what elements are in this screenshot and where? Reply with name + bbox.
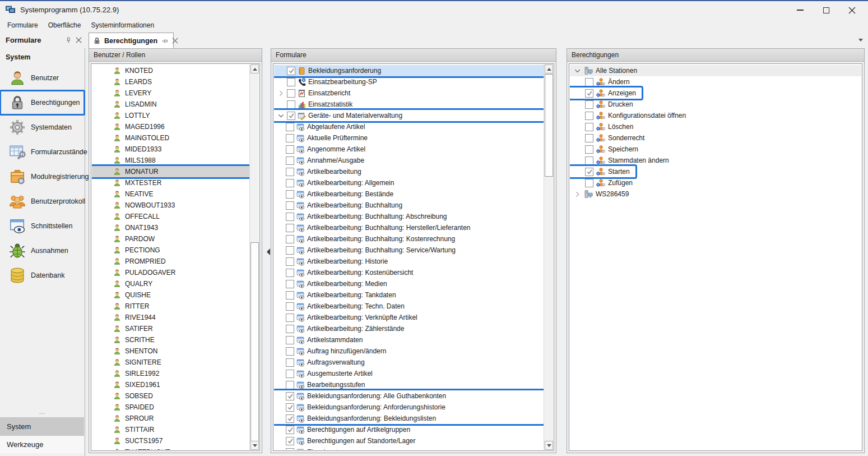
user-row-levery[interactable]: LEVERY	[92, 87, 249, 99]
tab-berechtigungen[interactable]: Berechtigungen	[89, 33, 174, 48]
minimize-button[interactable]	[787, 3, 813, 17]
maximize-button[interactable]	[813, 3, 839, 17]
user-row-pardow[interactable]: PARDOW	[92, 233, 249, 245]
footer-tab-system[interactable]: System	[0, 417, 84, 435]
checkbox[interactable]	[286, 179, 294, 187]
user-row-qualry[interactable]: QUALRY	[92, 278, 249, 289]
splitter-collapse-arrow-icon[interactable]	[263, 248, 270, 255]
checkbox[interactable]	[585, 134, 593, 142]
sidebar-item-systemdaten[interactable]: Systemdaten	[0, 115, 85, 140]
form-tree-item-einsatzbearbeitung-sp[interactable]: Einsatzbearbeitung-SP	[274, 76, 544, 87]
sidebar-item-ausnahmen[interactable]: Ausnahmen	[0, 238, 85, 263]
checkbox[interactable]	[585, 145, 593, 154]
permission-item-löschen[interactable]: Löschen	[570, 121, 861, 132]
user-row-leards[interactable]: LEARDS	[92, 76, 249, 87]
form-tree-item-artikelbearbeitung-buchhaltung-kostenrechnung[interactable]: Artikelbearbeitung: Buchhaltung: Kostenr…	[274, 233, 544, 245]
form-tree-item-bekleidungsanforderung-alle-guthabenkonten[interactable]: Bekleidungsanforderung: Alle Guthabenkon…	[274, 390, 544, 402]
expander-collapsed-icon[interactable]	[277, 89, 285, 97]
form-tree-item-artikelbearbeitung-buchhaltung-abschreibung[interactable]: Artikelbearbeitung: Buchhaltung: Abschre…	[274, 211, 544, 222]
checkbox[interactable]	[286, 123, 294, 131]
sidebar-item-datenbank[interactable]: Datenbank	[0, 263, 85, 288]
user-row-offecall[interactable]: OFFECALL	[92, 211, 249, 222]
form-tree-item-angenomme-artikel[interactable]: Angenomme Artikel	[274, 144, 544, 155]
user-row-thattrught[interactable]: THATTRUGHT	[92, 446, 249, 450]
checkbox[interactable]	[286, 347, 294, 356]
user-row-rive1944[interactable]: RIVE1944	[92, 312, 249, 323]
checkbox[interactable]	[286, 190, 294, 199]
user-row-lisadmin[interactable]: LISADMIN	[92, 99, 249, 110]
form-tree-item-einsatzbericht[interactable]: Einsatzbericht	[274, 87, 544, 99]
checkbox[interactable]	[286, 414, 294, 423]
checkbox[interactable]	[286, 280, 294, 288]
user-row-shenton[interactable]: SHENTON	[92, 346, 249, 357]
form-tree-item-geräte-und-materialverwaltung[interactable]: Geräte- und Materialverwaltung	[274, 110, 544, 121]
checkbox[interactable]	[287, 78, 295, 86]
form-tree-item-berechtigungen-auf-artikelgruppen[interactable]: Berechtigungen auf Artikelgruppen	[274, 424, 544, 435]
sidebar-item-modulregistrierung[interactable]: Modulregistrierung	[0, 164, 85, 189]
user-row-knoted[interactable]: KNOTED	[92, 65, 249, 76]
expander-expanded-icon[interactable]	[573, 67, 581, 75]
menu-formulare[interactable]: Formulare	[2, 20, 43, 31]
form-tree-item-artikelbearbeitung-bestände[interactable]: Artikelbearbeitung: Bestände	[274, 188, 544, 200]
checkbox[interactable]	[585, 168, 593, 176]
checkbox[interactable]	[286, 370, 294, 378]
checkbox[interactable]	[286, 134, 294, 142]
form-tree-item-auftrag-hinzufügen-ändern[interactable]: Auftrag hinzufügen/ändern	[274, 346, 544, 357]
checkbox[interactable]	[286, 426, 294, 434]
checkbox[interactable]	[286, 336, 294, 344]
user-row-onat1943[interactable]: ONAT1943	[92, 222, 249, 233]
form-tree-item-artikelbearbeitung-buchhaltung-hersteller-lieferanten[interactable]: Artikelbearbeitung: Buchhaltung: Herstel…	[274, 222, 544, 233]
users-scrollbar[interactable]	[249, 65, 259, 450]
user-row-scrithe[interactable]: SCRITHE	[92, 334, 249, 346]
checkbox[interactable]	[585, 156, 593, 165]
sidebar-item-schnittstellen[interactable]: Schnittstellen	[0, 214, 85, 238]
form-tree-item-abgelaufene-artikel[interactable]: Abgelaufene Artikel	[274, 121, 544, 132]
checkbox[interactable]	[585, 123, 593, 131]
forms-scrollbar[interactable]	[544, 65, 553, 450]
checkbox[interactable]	[286, 448, 294, 450]
user-row-stittair[interactable]: STITTAIR	[92, 424, 249, 435]
form-tree-item-artikelbearbeitung-zählerstände[interactable]: Artikelbearbeitung: Zählerstände	[274, 323, 544, 334]
user-row-sirle1992[interactable]: SIRLE1992	[92, 368, 249, 379]
permission-item-anzeigen[interactable]: Anzeigen	[570, 87, 642, 99]
checkbox[interactable]	[286, 392, 294, 400]
scrollbar-thumb[interactable]	[545, 74, 553, 177]
form-tree-item-artikelbearbeitung-tankdaten[interactable]: Artikelbearbeitung: Tankdaten	[274, 289, 544, 301]
permission-item-starten[interactable]: Starten	[570, 166, 635, 177]
form-tree-item-einzelwartung[interactable]: Einzelwartung	[274, 446, 544, 450]
expander-expanded-icon[interactable]	[277, 112, 285, 119]
sidebar-overflow-dots[interactable]: ...	[0, 409, 84, 417]
checkbox[interactable]	[286, 201, 294, 210]
scrollbar-up-button[interactable]	[545, 65, 553, 73]
scrollbar-down-button[interactable]	[545, 441, 553, 450]
permission-item-speichern[interactable]: Speichern	[570, 144, 861, 155]
form-tree-item-artikelbearbeitung-kostenübersicht[interactable]: Artikelbearbeitung: Kostenübersicht	[274, 267, 544, 278]
form-tree-item-artikelbearbeitung-medien[interactable]: Artikelbearbeitung: Medien	[274, 278, 544, 289]
pin-icon[interactable]	[65, 37, 72, 44]
permission-item-ändern[interactable]: Ändern	[570, 76, 861, 87]
checkbox[interactable]	[286, 269, 294, 277]
sidebar-item-berechtigungen[interactable]: Berechtigungen	[0, 90, 85, 115]
checkbox[interactable]	[286, 156, 294, 165]
form-tree-item-bearbeitungsstufen[interactable]: Bearbeitungsstufen	[274, 379, 544, 390]
form-tree-item-ausgemusterte-artikel[interactable]: Ausgemusterte Artikel	[274, 368, 544, 379]
station-item-ws286459[interactable]: WS286459	[570, 188, 861, 200]
form-tree-item-artikelbearbeitung-buchhaltung-service-wartung[interactable]: Artikelbearbeitung: Buchhaltung: Service…	[274, 245, 544, 256]
user-row-mided1933[interactable]: MIDED1933	[92, 144, 249, 155]
form-tree-item-auftragsverwaltung[interactable]: Auftragsverwaltung	[274, 357, 544, 368]
checkbox[interactable]	[585, 89, 593, 98]
checkbox[interactable]	[286, 381, 294, 389]
checkbox[interactable]	[585, 179, 593, 187]
user-row-ritter[interactable]: RITTER	[92, 301, 249, 312]
checkbox[interactable]	[585, 100, 593, 109]
menu-oberflaeche[interactable]: Oberfläche	[43, 20, 86, 31]
close-button[interactable]	[839, 3, 865, 17]
permission-item-sonderrecht[interactable]: Sonderrecht	[570, 132, 861, 144]
form-tree-item-einsatzstatistik[interactable]: Einsatzstatistik	[274, 99, 544, 110]
user-row-puladogaver[interactable]: PULADOGAVER	[92, 267, 249, 278]
checkbox[interactable]	[286, 235, 294, 243]
user-row-sprour[interactable]: SPROUR	[92, 413, 249, 424]
sidebar-item-benutzerprotokoll[interactable]: Benutzerprotokoll	[0, 189, 85, 214]
form-tree-item-berechtigungen-auf-standorte-lager[interactable]: Berechtigungen auf Standorte/Lager	[274, 435, 544, 446]
close-icon[interactable]	[172, 38, 178, 44]
